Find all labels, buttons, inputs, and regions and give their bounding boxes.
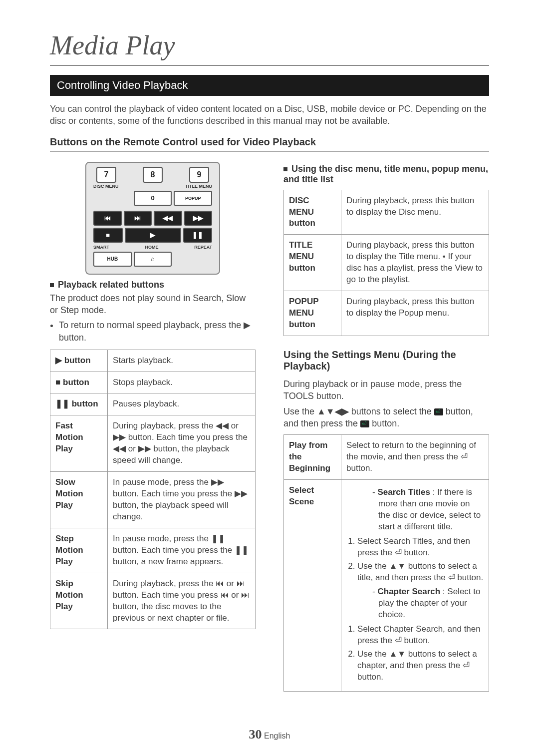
settings-table: Play from the Beginning Select to return…: [283, 434, 489, 692]
st-step-2: Use the ▲▼ buttons to select a title, an…: [357, 561, 484, 584]
pause-icon: ❚❚: [183, 228, 213, 243]
section-heading: Controlling Video Playback: [50, 75, 489, 96]
page-title: Media Play: [50, 30, 489, 66]
playback-buttons-table: ▶ button Starts playback. ■ button Stops…: [50, 350, 256, 630]
row-play-desc: Starts playback.: [108, 350, 256, 372]
row-play-btn: ▶ button: [55, 356, 91, 365]
t4: button.: [372, 418, 399, 428]
title-menu-btn: TITLE MENU button: [289, 240, 315, 273]
t1: Use the: [283, 406, 317, 416]
label-disc-menu: DISC MENU: [93, 184, 119, 189]
disc-menu-table: DISC MENU button During playback, press …: [283, 190, 489, 336]
remote-key-7: 7: [96, 167, 116, 183]
settings-p1-text: During playback or in pause mode, press …: [283, 379, 462, 401]
select-scene-desc: - Search Titles : If there is more than …: [341, 479, 489, 691]
page-number: 30: [249, 727, 262, 742]
settings-p1: During playback or in pause mode, press …: [283, 378, 489, 402]
search-titles-intro: - Search Titles : If there is more than …: [372, 487, 484, 533]
row-slow-motion: Slow Motion Play: [55, 477, 83, 510]
remote-popup-button: POPUP: [174, 191, 212, 206]
popup-menu-desc: During playback, press this button to di…: [341, 291, 489, 336]
stop-icon: ■: [93, 228, 123, 243]
manual-page: Media Play Controlling Video Playback Yo…: [0, 0, 539, 756]
page-footer: 30 English: [0, 727, 539, 742]
ffwd-icon: ▶▶: [184, 211, 213, 226]
arrow-icons: ▲▼◀▶: [317, 406, 349, 416]
st-step-1: Select Search Titles, and then press the…: [357, 536, 484, 559]
home-icon: ⌂: [134, 252, 172, 267]
label-smart: SMART: [93, 245, 109, 250]
left-column: 7 8 9 DISC MENU TITLE MENU 0 POPUP: [50, 159, 256, 692]
disc-menu-desc: During playback, press this button to di…: [341, 190, 489, 235]
left-bullet-1: To return to normal speed playback, pres…: [59, 319, 256, 344]
right-mini-heading: Using the disc menu, title menu, popup m…: [283, 164, 489, 185]
cs-step-2: Use the ▲▼ buttons to select a chapter, …: [357, 649, 484, 683]
remote-diagram: 7 8 9 DISC MENU TITLE MENU 0 POPUP: [85, 162, 220, 275]
remote-key-8: 8: [143, 167, 163, 183]
skip-back-icon: ⏮: [93, 211, 122, 226]
remote-key-0: 0: [134, 191, 172, 206]
row-step-motion: Step Motion Play: [55, 534, 83, 566]
intro-text: You can control the playback of video co…: [50, 103, 489, 127]
popup-menu-btn: POPUP MENU button: [289, 297, 318, 329]
row-stop-btn: ■ button: [55, 378, 89, 387]
label-home: HOME: [145, 245, 159, 250]
remote-outline: 7 8 9 DISC MENU TITLE MENU 0 POPUP: [85, 162, 220, 275]
two-column-layout: 7 8 9 DISC MENU TITLE MENU 0 POPUP: [50, 159, 489, 692]
play-icon: ▶: [125, 228, 181, 243]
enter-icon: [360, 420, 369, 427]
chapter-search-intro: - Chapter Search : Select to play the ch…: [372, 586, 484, 621]
menu-icon: [434, 408, 443, 415]
remote-hub-button: HUB: [93, 252, 132, 267]
sub-heading: Buttons on the Remote Control used for V…: [50, 136, 489, 152]
play-from-beginning-desc: Select to return to the beginning of the…: [341, 435, 489, 480]
t2: buttons to select the: [351, 406, 434, 416]
settings-p2: Use the ▲▼◀▶ buttons to select the butto…: [283, 405, 489, 430]
page-lang: English: [264, 732, 290, 740]
left-mini-heading: Playback related buttons: [50, 280, 256, 290]
skip-fwd-icon: ⏭: [124, 211, 152, 226]
row-pause-desc: Pauses playback.: [108, 393, 256, 415]
title-menu-desc: During playback, press this button to di…: [341, 235, 489, 291]
label-repeat: REPEAT: [194, 245, 212, 250]
row-stop-desc: Stops playback.: [108, 372, 256, 393]
row-fast-motion: Fast Motion Play: [55, 421, 83, 453]
select-scene: Select Scene: [289, 485, 314, 506]
cs-step-1: Select Chapter Search, and then press th…: [357, 624, 484, 647]
rewind-icon: ◀◀: [154, 211, 182, 226]
left-paragraph: The product does not play sound in Searc…: [50, 292, 256, 317]
label-title-menu: TITLE MENU: [185, 184, 212, 189]
right-column: Using the disc menu, title menu, popup m…: [283, 159, 489, 692]
row-skip-motion-desc: During playback, press the ⏮ or ⏭ button…: [108, 573, 256, 629]
row-pause-btn: ❚❚ button: [55, 399, 98, 408]
row-step-motion-desc: In pause mode, press the ❚❚ button. Each…: [108, 528, 256, 573]
disc-menu-btn: DISC MENU button: [289, 196, 315, 228]
play-from-beginning: Play from the Beginning: [289, 440, 330, 473]
row-fast-motion-desc: During playback, press the ◀◀ or ▶▶ butt…: [108, 415, 256, 472]
row-slow-motion-desc: In pause mode, press the ▶▶ button. Each…: [108, 472, 256, 528]
settings-heading: Using the Settings Menu (During the Play…: [283, 349, 489, 375]
remote-key-9: 9: [189, 167, 209, 183]
row-skip-motion: Skip Motion Play: [55, 579, 83, 611]
left-bullets: To return to normal speed playback, pres…: [59, 319, 256, 344]
